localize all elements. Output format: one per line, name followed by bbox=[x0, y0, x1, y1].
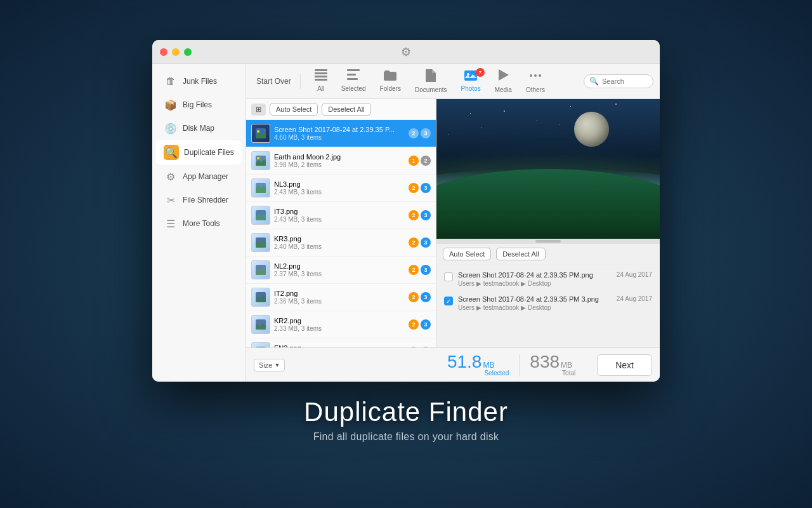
toolbar-separator bbox=[300, 74, 301, 89]
size-sort-label: Size bbox=[259, 361, 272, 369]
dup-auto-select-button[interactable]: Auto Select bbox=[443, 248, 491, 260]
svg-rect-1 bbox=[315, 72, 327, 74]
tab-documents[interactable]: Documents bbox=[409, 68, 454, 95]
bottom-text: Duplicate Finder Find all duplicate file… bbox=[304, 397, 508, 443]
tab-documents-label: Documents bbox=[415, 86, 447, 93]
file-badges: 2 3 bbox=[409, 237, 431, 248]
total-units: MB Total bbox=[561, 361, 575, 377]
dup-item[interactable]: ✓ Screen Shot 2017-08-24 at 2.39.35 PM 3… bbox=[442, 291, 655, 316]
file-thumbnail bbox=[251, 151, 270, 170]
file-thumbnail bbox=[251, 260, 270, 279]
file-item[interactable]: Screen Shot 2017-08-24 at 2.39.35 P... 4… bbox=[246, 120, 436, 147]
file-meta: 2.40 MB, 3 items bbox=[274, 243, 405, 250]
file-badges: 2 3 bbox=[409, 265, 431, 275]
selected-units: MB Selected bbox=[483, 361, 509, 377]
app-window: ⚙ 🗑 Junk Files 📦 Big Files 💿 Disk Map 🔍 … bbox=[152, 40, 660, 382]
close-button[interactable] bbox=[160, 48, 167, 56]
file-item[interactable]: NL2.png 2.37 MB, 3 items 2 3 bbox=[246, 257, 436, 284]
svg-rect-0 bbox=[315, 69, 327, 71]
dup-info: Screen Shot 2017-08-24 at 2.39.35 PM.png… bbox=[458, 271, 612, 287]
file-meta: 2.43 MB, 3 items bbox=[274, 189, 405, 196]
badge-1: 1 bbox=[409, 156, 419, 166]
file-info: IT2.png 2.36 MB, 3 items bbox=[274, 290, 405, 305]
dup-checkbox[interactable] bbox=[444, 272, 453, 281]
file-badges: 1 2 bbox=[409, 156, 431, 166]
others-tab-icon bbox=[529, 69, 542, 85]
next-button[interactable]: Next bbox=[597, 354, 652, 376]
auto-select-button[interactable]: Auto Select bbox=[270, 103, 318, 116]
file-shredder-icon: ✂ bbox=[164, 193, 178, 207]
dup-date: 24 Aug 2017 bbox=[617, 295, 652, 302]
selected-stat: 51.8 MB Selected bbox=[437, 353, 519, 377]
file-thumbnail bbox=[251, 288, 270, 307]
badge-2: 3 bbox=[421, 237, 431, 248]
tab-others[interactable]: Others bbox=[520, 68, 551, 95]
badge-1: 2 bbox=[409, 210, 419, 220]
file-info: NL2.png 2.37 MB, 3 items bbox=[274, 262, 405, 277]
badge-2: 3 bbox=[421, 183, 431, 193]
file-item[interactable]: IT2.png 2.36 MB, 3 items 2 3 bbox=[246, 284, 436, 311]
sidebar-item-disk-map[interactable]: 💿 Disk Map bbox=[156, 117, 242, 140]
file-badges: 2 3 bbox=[409, 183, 431, 193]
total-label: Total bbox=[562, 370, 575, 377]
sidebar-item-file-shredder[interactable]: ✂ File Shredder bbox=[156, 189, 242, 211]
dup-item[interactable]: Screen Shot 2017-08-24 at 2.39.35 PM.png… bbox=[442, 267, 655, 291]
tab-photos[interactable]: 7 Photos bbox=[455, 68, 487, 95]
deselect-all-button[interactable]: Deselect All bbox=[322, 103, 370, 116]
photos-badge: 7 bbox=[476, 68, 485, 77]
badge-1: 2 bbox=[409, 128, 419, 138]
file-meta: 2.36 MB, 3 items bbox=[274, 298, 405, 305]
svg-point-8 bbox=[467, 73, 469, 76]
tab-selected-label: Selected bbox=[341, 85, 366, 92]
search-input[interactable] bbox=[602, 77, 653, 85]
svg-point-15 bbox=[257, 157, 259, 159]
file-item[interactable]: EN3.png 443.1 KB, 2 items 1 2 bbox=[246, 338, 436, 347]
file-thumbnail bbox=[251, 342, 270, 347]
sidebar-item-junk-files[interactable]: 🗑 Junk Files bbox=[156, 70, 242, 93]
file-thumbnail bbox=[251, 206, 270, 225]
file-list: Screen Shot 2017-08-24 at 2.39.35 P... 4… bbox=[246, 120, 436, 347]
dup-name: Screen Shot 2017-08-24 at 2.39.35 PM.png bbox=[458, 271, 612, 279]
dup-date: 24 Aug 2017 bbox=[617, 271, 652, 278]
preview-scrollbar[interactable] bbox=[436, 239, 660, 244]
tab-media[interactable]: Media bbox=[488, 68, 518, 95]
start-over-button[interactable]: Start Over bbox=[252, 74, 295, 88]
file-item[interactable]: KR2.png 2.33 MB, 3 items 2 3 bbox=[246, 311, 436, 338]
dup-deselect-all-button[interactable]: Deselect All bbox=[496, 248, 545, 260]
folders-tab-icon bbox=[384, 69, 396, 84]
file-meta: 2.37 MB, 3 items bbox=[274, 271, 405, 277]
list-toolbar: ⊞ Auto Select Deselect All bbox=[246, 99, 436, 120]
tab-all[interactable]: All bbox=[308, 68, 334, 95]
file-item[interactable]: KR3.png 2.40 MB, 3 items 2 3 bbox=[246, 229, 436, 257]
sidebar-item-duplicate-files[interactable]: 🔍 Duplicate Files bbox=[156, 140, 242, 164]
dup-checkbox-checked[interactable]: ✓ bbox=[444, 297, 453, 305]
file-name: IT3.png bbox=[274, 208, 405, 215]
file-name: KR3.png bbox=[274, 235, 405, 243]
all-tab-icon bbox=[315, 69, 327, 84]
file-item[interactable]: IT3.png 2.43 MB, 3 items 2 3 bbox=[246, 202, 436, 229]
toolbar-tabs: All Selected Folders bbox=[308, 68, 551, 95]
file-badges: 2 3 bbox=[409, 319, 431, 330]
list-view-button[interactable]: ⊞ bbox=[251, 104, 266, 116]
total-unit: MB bbox=[561, 361, 575, 370]
sidebar-item-big-files[interactable]: 📦 Big Files bbox=[156, 93, 242, 116]
badge-2: 3 bbox=[421, 292, 431, 302]
junk-files-icon: 🗑 bbox=[164, 74, 178, 88]
size-sort-button[interactable]: Size ▼ bbox=[254, 359, 285, 371]
earth-scene bbox=[436, 99, 660, 239]
file-name: Earth and Moon 2.jpg bbox=[274, 153, 405, 161]
file-item[interactable]: Earth and Moon 2.jpg 3.98 MB, 2 items 1 … bbox=[246, 147, 436, 175]
tab-folders[interactable]: Folders bbox=[374, 68, 407, 95]
sidebar-item-more-tools[interactable]: ☰ More Tools bbox=[156, 212, 242, 235]
fullscreen-button[interactable] bbox=[184, 48, 192, 56]
top-toolbar: Start Over All Selected bbox=[246, 64, 660, 99]
selected-tab-icon bbox=[347, 69, 360, 84]
badge-1: 2 bbox=[409, 265, 419, 275]
minimize-button[interactable] bbox=[172, 48, 180, 56]
gear-icon[interactable]: ⚙ bbox=[401, 45, 411, 59]
tab-selected[interactable]: Selected bbox=[335, 68, 372, 95]
sidebar-item-app-manager[interactable]: ⚙ App Manager bbox=[156, 165, 242, 188]
split-panel: ⊞ Auto Select Deselect All Screen Shot 2… bbox=[246, 99, 660, 347]
app-title: Duplicate Finder bbox=[304, 397, 508, 427]
file-item[interactable]: NL3.png 2.43 MB, 3 items 2 3 bbox=[246, 175, 436, 202]
